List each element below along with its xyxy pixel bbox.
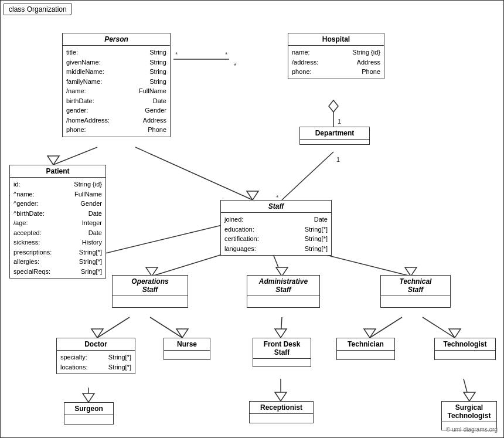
class-technician: Technician xyxy=(336,338,395,360)
svg-marker-33 xyxy=(83,393,94,402)
class-doctor-attrs: specialty:String[*] locations:String[*] xyxy=(57,351,135,374)
svg-text:1: 1 xyxy=(336,156,340,163)
class-technologist: Technologist xyxy=(434,338,496,360)
svg-line-30 xyxy=(423,317,455,338)
class-surgeon: Surgeon xyxy=(64,402,114,425)
class-patient-title: Patient xyxy=(10,165,105,178)
svg-line-26 xyxy=(281,317,282,338)
class-technical-staff-title: TechnicalStaff xyxy=(381,276,450,296)
class-administrative-staff-title: AdministrativeStaff xyxy=(247,276,319,296)
class-doctor-title: Doctor xyxy=(57,338,135,351)
diagram-container: class Organization xyxy=(0,0,504,438)
class-doctor: Doctor specialty:String[*] locations:Str… xyxy=(56,338,135,374)
class-person: Person title:String givenName:String mid… xyxy=(62,33,171,137)
class-hospital: Hospital name:String {id} /address:Addre… xyxy=(288,33,384,79)
svg-line-0 xyxy=(53,147,97,165)
svg-text:*: * xyxy=(234,62,237,69)
svg-line-24 xyxy=(150,317,182,338)
svg-marker-25 xyxy=(176,329,188,338)
class-staff-title: Staff xyxy=(221,201,331,213)
class-hospital-title: Hospital xyxy=(288,33,384,46)
class-administrative-staff: AdministrativeStaff xyxy=(247,275,320,308)
class-front-desk-staff: Front DeskStaff xyxy=(253,338,311,367)
class-surgeon-title: Surgeon xyxy=(64,403,113,415)
class-department-title: Department xyxy=(300,127,369,140)
svg-line-22 xyxy=(97,317,130,338)
class-receptionist: Receptionist xyxy=(249,401,314,423)
class-patient-attrs: id:String {id} ^name:FullName ^gender:Ge… xyxy=(10,178,105,278)
copyright-text: © uml-diagrams.org xyxy=(446,426,498,433)
class-department-attrs xyxy=(300,140,369,144)
svg-marker-37 xyxy=(464,392,475,401)
class-person-title: Person xyxy=(63,33,170,46)
class-technician-title: Technician xyxy=(337,338,394,351)
class-person-attrs: title:String givenName:String middleName… xyxy=(63,46,170,137)
diagram-label: class Organization xyxy=(4,4,72,15)
svg-marker-29 xyxy=(364,329,376,338)
class-operations-staff-title: OperationsStaff xyxy=(113,276,188,296)
svg-text:*: * xyxy=(175,51,178,58)
svg-line-28 xyxy=(370,317,402,338)
svg-marker-31 xyxy=(449,329,461,338)
svg-line-11 xyxy=(282,152,333,200)
svg-marker-3 xyxy=(247,191,258,200)
svg-marker-35 xyxy=(275,392,287,401)
svg-marker-1 xyxy=(47,156,59,165)
class-staff-attrs: joined:Date education:String[*] certific… xyxy=(221,213,331,255)
svg-marker-23 xyxy=(91,329,103,338)
class-technical-staff: TechnicalStaff xyxy=(380,275,451,308)
class-surgical-technologist-title: SurgicalTechnologist xyxy=(442,402,496,422)
svg-line-36 xyxy=(464,379,469,401)
class-front-desk-staff-title: Front DeskStaff xyxy=(253,338,311,359)
svg-marker-5 xyxy=(329,100,338,112)
svg-text:*: * xyxy=(225,51,228,58)
svg-marker-27 xyxy=(275,329,287,338)
class-patient: Patient id:String {id} ^name:FullName ^g… xyxy=(9,165,106,279)
class-operations-staff: OperationsStaff xyxy=(112,275,188,308)
class-department: Department xyxy=(299,127,370,145)
svg-text:1: 1 xyxy=(338,118,341,125)
svg-line-2 xyxy=(135,147,253,200)
class-receptionist-title: Receptionist xyxy=(250,402,313,414)
class-nurse: Nurse xyxy=(164,338,210,360)
class-staff: Staff joined:Date education:String[*] ce… xyxy=(220,200,332,256)
class-hospital-attrs: name:String {id} /address:Address phone:… xyxy=(288,46,384,79)
class-nurse-title: Nurse xyxy=(164,338,210,351)
class-technologist-title: Technologist xyxy=(435,338,495,351)
